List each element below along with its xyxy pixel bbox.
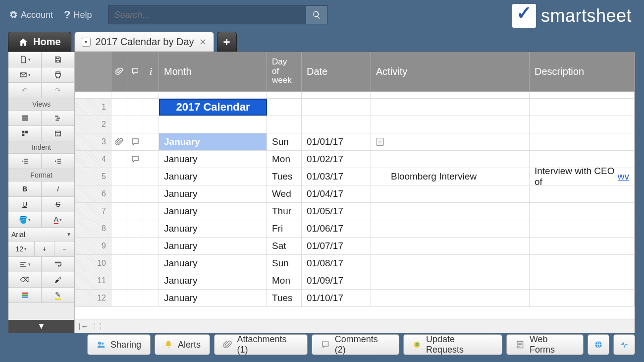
cell-description[interactable]	[530, 203, 635, 220]
save-button[interactable]	[42, 52, 74, 67]
sidebar-expand[interactable]: ▼	[8, 320, 74, 333]
cell-month[interactable]	[159, 116, 267, 133]
cell-attachment[interactable]	[111, 168, 127, 185]
webforms-tab[interactable]: Web Forms	[506, 334, 584, 355]
cell-description[interactable]	[530, 151, 635, 168]
calendar-view-button[interactable]: 31	[42, 126, 74, 141]
cell-month[interactable]: January	[159, 185, 267, 202]
cell-description[interactable]	[530, 238, 635, 254]
col-date[interactable]: Date	[302, 52, 371, 91]
cell-info[interactable]	[143, 220, 159, 237]
cell-date[interactable]: 01/05/17	[302, 203, 371, 220]
clear-format-button[interactable]: ⌫	[8, 272, 42, 287]
cell-comment[interactable]	[127, 99, 143, 116]
cell-activity[interactable]	[371, 116, 530, 133]
cell-month[interactable]: January	[159, 133, 267, 150]
cell-dow[interactable]: Sat	[267, 238, 302, 254]
cell-dow[interactable]: Mon	[267, 151, 302, 168]
card-view-button[interactable]	[8, 126, 42, 141]
cell-dow[interactable]: Sun	[267, 255, 302, 272]
row-number[interactable]: 6	[75, 185, 111, 202]
table-row[interactable]: 9JanuarySat01/07/17	[75, 238, 635, 255]
table-row[interactable]: 10JanuarySun01/08/17	[75, 255, 635, 272]
tab-add[interactable]: +	[217, 32, 237, 52]
col-month[interactable]: Month	[159, 52, 267, 91]
table-row[interactable]: 2	[75, 116, 635, 133]
cell-date[interactable]: 01/01/17	[302, 133, 371, 150]
col-comment[interactable]	[127, 52, 143, 91]
row-number[interactable]: 1	[75, 99, 111, 116]
cell-month[interactable]: January	[159, 290, 267, 306]
cell-attachment[interactable]	[111, 220, 127, 237]
cell-info[interactable]	[143, 168, 159, 185]
cell-comment[interactable]	[127, 116, 143, 133]
row-number[interactable]: 7	[75, 203, 111, 220]
cell-activity[interactable]	[371, 151, 530, 168]
row-number[interactable]: 10	[75, 255, 111, 272]
row-number[interactable]: 3	[75, 133, 111, 150]
bold-button[interactable]: B	[8, 181, 42, 196]
col-attachment[interactable]	[111, 52, 127, 91]
cell-comment[interactable]	[127, 151, 143, 168]
cell-month[interactable]: January	[159, 238, 267, 254]
print-button[interactable]	[42, 67, 74, 82]
font-increase-button[interactable]: +	[35, 241, 55, 256]
help-link[interactable]: ? Help	[64, 8, 92, 21]
tab-expand-icon[interactable]: ▾	[82, 38, 91, 47]
cell-comment[interactable]	[127, 220, 143, 237]
cell-activity[interactable]	[371, 185, 530, 202]
outdent-button[interactable]	[8, 154, 42, 169]
col-rownum[interactable]	[75, 52, 111, 91]
cell-description[interactable]	[530, 116, 635, 133]
row-number[interactable]: 11	[75, 272, 111, 289]
cell-activity[interactable]: Bloomberg Interview	[371, 168, 530, 185]
cell-dow[interactable]	[267, 116, 302, 133]
cell-date[interactable]	[302, 116, 371, 133]
cell-month[interactable]: January	[159, 255, 267, 272]
table-row[interactable]: 12JanuaryTues01/10/17	[75, 290, 635, 307]
cell-comment[interactable]	[127, 185, 143, 202]
cell-month[interactable]: January	[159, 203, 267, 220]
cell-attachment[interactable]	[111, 272, 127, 289]
cell-activity[interactable]	[371, 290, 530, 306]
font-selector[interactable]: Arial▼	[8, 228, 74, 241]
cell-description[interactable]: Interview with CEO of wv	[530, 168, 635, 185]
underline-button[interactable]: U	[8, 197, 42, 212]
row-number[interactable]: 4	[75, 151, 111, 168]
cell-month[interactable]: January	[159, 151, 267, 168]
row-number[interactable]: 12	[75, 290, 111, 306]
cell-activity[interactable]	[371, 272, 530, 289]
cell-dow[interactable]	[267, 99, 302, 116]
cell-date[interactable]: 01/03/17	[302, 168, 371, 185]
collapse-icon[interactable]: −	[376, 138, 384, 146]
sharing-tab[interactable]: Sharing	[87, 334, 151, 355]
search-button[interactable]	[306, 5, 328, 24]
cell-month[interactable]: January	[159, 220, 267, 237]
cell-date[interactable]: 01/10/17	[302, 290, 371, 306]
text-color-button[interactable]: A▾	[42, 212, 74, 227]
cell-attachment[interactable]	[111, 116, 127, 133]
cell-comment[interactable]	[127, 255, 143, 272]
conditional-format-button[interactable]	[8, 288, 42, 302]
cell-date[interactable]: 01/08/17	[302, 255, 371, 272]
cell-info[interactable]	[143, 238, 159, 254]
cell-dow[interactable]: Mon	[267, 272, 302, 289]
cell-comment[interactable]	[127, 238, 143, 254]
cell-comment[interactable]	[127, 168, 143, 185]
wrap-button[interactable]	[42, 257, 74, 272]
cell-activity[interactable]	[371, 220, 530, 237]
cell-activity[interactable]	[371, 203, 530, 220]
cell-activity[interactable]	[371, 255, 530, 272]
activity-tab[interactable]	[613, 334, 635, 355]
alerts-tab[interactable]: Alerts	[155, 334, 210, 355]
format-painter-button[interactable]: 🖌	[42, 272, 74, 287]
cell-comment[interactable]	[127, 290, 143, 306]
cell-description[interactable]	[530, 220, 635, 237]
comments-tab[interactable]: Comments (2)	[312, 334, 399, 355]
cell-date[interactable]: 01/04/17	[302, 185, 371, 202]
cell-date[interactable]	[302, 99, 371, 116]
cell-info[interactable]	[143, 116, 159, 133]
cell-description[interactable]	[530, 272, 635, 289]
cell-attachment[interactable]	[111, 151, 127, 168]
col-info[interactable]: i	[143, 52, 159, 91]
